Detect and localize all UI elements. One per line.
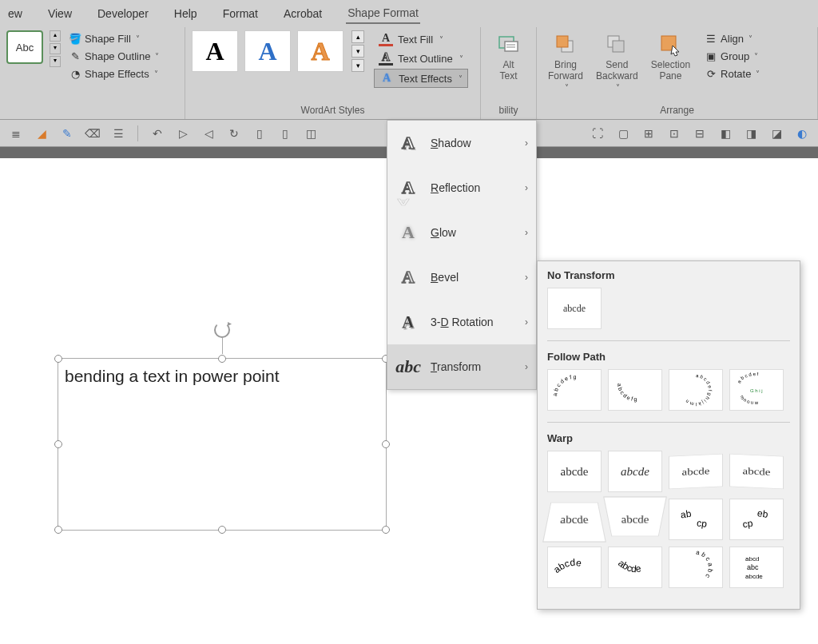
- text-box[interactable]: bending a text in power point: [58, 358, 387, 531]
- tb-rotate-right-icon[interactable]: ↻: [224, 124, 244, 143]
- tb-shape1-icon[interactable]: ▢: [614, 124, 633, 143]
- text-effects-button[interactable]: A Text Effects ˅: [374, 69, 468, 88]
- svg-text:ab: ab: [680, 508, 692, 521]
- selection-pane-button[interactable]: Selection Pane: [646, 30, 695, 93]
- wordart-group-label: WordArt Styles: [192, 105, 474, 117]
- wordart-style-black[interactable]: A: [192, 30, 238, 72]
- shape-effects-button[interactable]: ◔ Shape Effects ˅: [66, 66, 162, 81]
- fx-shadow[interactable]: A Shadow ›: [387, 121, 536, 165]
- svg-text:abc: abc: [747, 563, 759, 571]
- bevel-icon: A: [397, 266, 419, 288]
- svg-text:G h i j: G h i j: [750, 388, 763, 393]
- chevron-down-icon: ˅: [439, 35, 443, 44]
- warp-1[interactable]: abcde: [547, 451, 602, 492]
- warp-9[interactable]: abcde: [547, 547, 602, 588]
- shape-fill-button[interactable]: 🪣 Shape Fill ˅: [66, 30, 162, 46]
- group-button[interactable]: ▣ Group ˅: [703, 48, 761, 64]
- send-backward-button[interactable]: Send Backward ˅: [591, 30, 643, 93]
- fx-bevel-key: B: [431, 271, 438, 284]
- resize-handle-ml[interactable]: [54, 440, 62, 448]
- tb-eraser-icon[interactable]: ⌫: [83, 124, 102, 143]
- resize-handle-bl[interactable]: [54, 526, 62, 534]
- text-outline-button[interactable]: A Text Outline ˅: [374, 50, 468, 67]
- shape-style-up[interactable]: ▴: [50, 30, 61, 42]
- warp-3[interactable]: abcde: [669, 454, 723, 489]
- shape-style-more[interactable]: ▾: [50, 56, 61, 67]
- menu-help[interactable]: Help: [173, 4, 199, 23]
- tb-indent-icon[interactable]: ≣: [6, 124, 26, 143]
- follow-path-circle[interactable]: a b c d e f g h i j k l m n: [669, 369, 723, 411]
- follow-path-arch-up[interactable]: a b c d e f g: [547, 369, 602, 411]
- tb-rect2-icon[interactable]: ▯: [276, 124, 295, 143]
- shape-outline-button[interactable]: ✎ Shape Outline ˅: [66, 48, 162, 64]
- follow-path-arch-down[interactable]: a b c d e f g: [608, 369, 662, 411]
- tb-shape7-icon[interactable]: ◪: [767, 124, 786, 143]
- menu-acrobat[interactable]: Acrobat: [282, 4, 324, 23]
- pencil-icon: ✎: [69, 50, 81, 62]
- fx-3d-rotation[interactable]: A 3-D Rotation ›: [387, 300, 536, 344]
- warp-12[interactable]: abcdabcabcde: [729, 547, 784, 588]
- fx-shadow-key: S: [431, 137, 438, 149]
- resize-handle-tm[interactable]: [218, 355, 226, 363]
- resize-handle-mr[interactable]: [382, 440, 390, 448]
- tb-undo-icon[interactable]: ↶: [148, 124, 167, 143]
- tb-crop-icon[interactable]: ◫: [301, 124, 320, 143]
- tb-triangle-icon[interactable]: ▷: [173, 124, 193, 143]
- resize-handle-bm[interactable]: [218, 526, 226, 534]
- rotate-button[interactable]: ⟳ Rotate ˅: [703, 66, 761, 81]
- resize-handle-br[interactable]: [382, 526, 390, 534]
- menu-view[interactable]: View: [46, 4, 73, 23]
- wordart-more[interactable]: ▾: [351, 59, 364, 72]
- tb-rect-icon[interactable]: ▯: [250, 124, 269, 143]
- warp-4[interactable]: abcde: [729, 454, 784, 489]
- glow-icon: A: [397, 221, 419, 244]
- svg-text:abcd: abcd: [745, 555, 759, 563]
- shape-style-down[interactable]: ▾: [50, 43, 61, 54]
- send-backward-label: Send Backward: [596, 59, 638, 81]
- tb-shape6-icon[interactable]: ◨: [741, 124, 760, 143]
- textbox-content[interactable]: bending a text in power point: [58, 359, 386, 394]
- fx-glow[interactable]: A Glow ›: [387, 210, 536, 255]
- tb-highlight-icon[interactable]: ◢: [32, 124, 51, 143]
- tb-shape2-icon[interactable]: ⊞: [639, 124, 658, 143]
- fx-transform[interactable]: abc Transform ›: [387, 344, 536, 389]
- no-transform-option[interactable]: abcde: [547, 288, 602, 329]
- menu-format[interactable]: Format: [221, 4, 260, 23]
- tb-shape3-icon[interactable]: ⊡: [665, 124, 684, 143]
- warp-8[interactable]: ebcp: [729, 499, 784, 540]
- wordart-style-blue[interactable]: A: [244, 30, 291, 72]
- warp-6[interactable]: abcde: [603, 496, 667, 536]
- align-button[interactable]: ☰ Align ˅: [703, 30, 761, 46]
- fx-3d-key: D: [440, 316, 448, 328]
- tb-shape4-icon[interactable]: ⊟: [690, 124, 709, 143]
- wordart-scroll-down[interactable]: ▾: [351, 45, 364, 58]
- warp-10[interactable]: abcde: [608, 547, 662, 588]
- chevron-right-icon: ›: [525, 227, 528, 238]
- group-accessibility: Alt Text bility: [481, 27, 537, 119]
- resize-handle-tl[interactable]: [54, 355, 62, 363]
- warp-11[interactable]: a b c a b c: [669, 547, 723, 588]
- tb-shape8-icon[interactable]: ◐: [792, 124, 812, 143]
- wordart-style-orange[interactable]: A: [297, 30, 343, 72]
- shape-style-preview[interactable]: Abc: [6, 30, 43, 64]
- bring-forward-button[interactable]: Bring Forward ˅: [543, 30, 588, 93]
- follow-path-title: Follow Path: [547, 351, 790, 363]
- warp-5[interactable]: abcde: [542, 503, 606, 543]
- rotate-handle[interactable]: [214, 322, 230, 338]
- tb-pen-icon[interactable]: ✎: [58, 124, 77, 143]
- tb-flip-icon[interactable]: ◁: [199, 124, 218, 143]
- wordart-scroll-up[interactable]: ▴: [351, 30, 364, 43]
- tb-shape5-icon[interactable]: ◧: [716, 124, 735, 143]
- fx-bevel[interactable]: A Bevel ›: [387, 255, 536, 300]
- menu-developer[interactable]: Developer: [96, 4, 150, 23]
- follow-path-button[interactable]: a b c d e fG h i jm n o u w: [729, 369, 784, 411]
- fx-reflection[interactable]: AA Reflection ›: [387, 165, 536, 210]
- menu-review[interactable]: ew: [6, 4, 24, 23]
- alt-text-button[interactable]: Alt Text: [487, 30, 530, 83]
- text-fill-button[interactable]: A Text Fill ˅: [374, 30, 468, 48]
- menu-shape-format[interactable]: Shape Format: [346, 3, 420, 24]
- warp-7[interactable]: abcp: [669, 499, 723, 540]
- warp-2[interactable]: abcde: [608, 451, 662, 492]
- tb-crop2-icon[interactable]: ⛶: [588, 124, 607, 143]
- tb-align-icon[interactable]: ☰: [109, 124, 128, 143]
